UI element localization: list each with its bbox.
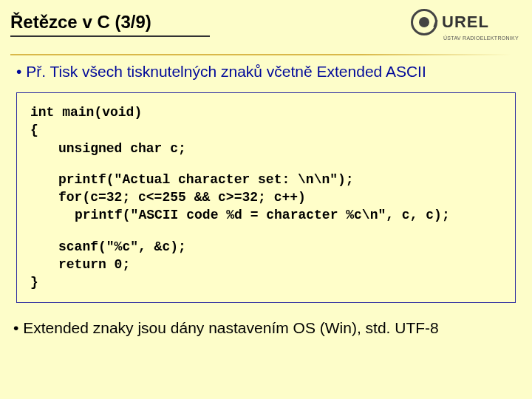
note-text: • Extended znaky jsou dány nastavením OS… (13, 319, 522, 337)
code-line: int main(void) (30, 103, 502, 121)
header-row: Řetězce v C (3/9) UREL ÚSTAV RADIOELEKTR… (10, 7, 522, 41)
logo-text: UREL (442, 13, 489, 32)
bullet-example: • Př. Tisk všech tisknutelných znaků vče… (16, 63, 522, 81)
slide: Řetězce v C (3/9) UREL ÚSTAV RADIOELEKTR… (0, 0, 532, 399)
blank-line (30, 157, 502, 171)
code-line: { (30, 121, 502, 139)
title-underline (10, 35, 210, 37)
logo-block: UREL ÚSTAV RADIOELEKTRONIKY (411, 9, 522, 41)
code-line: printf("Actual character set: \n\n"); (30, 171, 502, 188)
blank-line (30, 225, 502, 238)
code-line: return 0; (30, 256, 502, 273)
logo-icon (411, 9, 437, 35)
page-title: Řetězce v C (3/9) (10, 7, 411, 33)
code-line: printf("ASCII code %d = character %c\n",… (30, 206, 502, 224)
title-area: Řetězce v C (3/9) (10, 7, 411, 37)
code-line: for(c=32; c<=255 && c>=32; c++) (30, 188, 502, 206)
logo-subtitle: ÚSTAV RADIOELEKTRONIKY (443, 35, 522, 41)
logo-row: UREL (411, 9, 522, 35)
code-line: unsigned char c; (30, 140, 502, 157)
code-line: scanf("%c", &c); (30, 238, 502, 256)
divider (10, 54, 511, 55)
code-block: int main(void) { unsigned char c; printf… (16, 92, 516, 303)
code-line: } (30, 273, 502, 291)
